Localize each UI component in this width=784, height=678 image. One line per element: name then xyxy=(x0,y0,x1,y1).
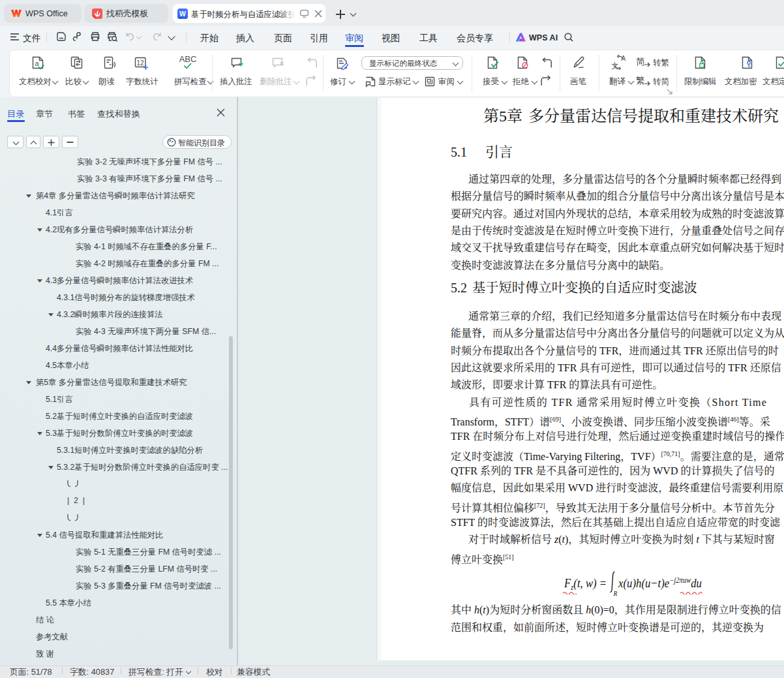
svg-text:12: 12 xyxy=(136,59,144,67)
svg-text:W: W xyxy=(179,10,186,18)
svg-text:ABC: ABC xyxy=(179,55,197,64)
svg-text:a: a xyxy=(35,59,39,67)
svg-text:A: A xyxy=(621,54,626,62)
